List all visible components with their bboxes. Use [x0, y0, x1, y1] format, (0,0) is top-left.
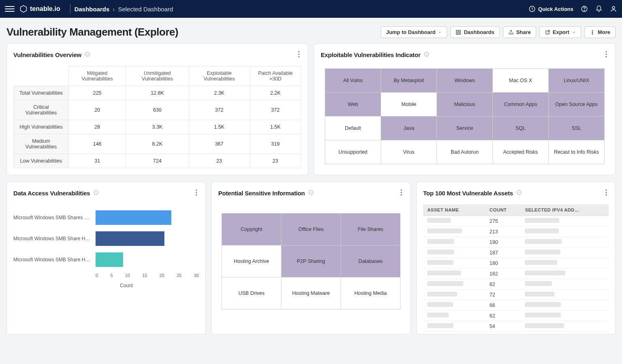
quick-actions-button[interactable]: Quick Actions	[528, 5, 573, 13]
indicator-tile[interactable]: Databases	[341, 245, 400, 277]
table-cell[interactable]: 1.5K	[250, 120, 301, 134]
more-button[interactable]: More	[584, 26, 616, 38]
table-row[interactable]: 190	[423, 237, 609, 248]
table-cell[interactable]: 225	[68, 86, 126, 100]
table-column-header[interactable]: ASSET NAME	[423, 204, 486, 216]
indicator-tile[interactable]: SQL	[493, 116, 548, 140]
brand-logo[interactable]: tenable.io	[19, 5, 60, 13]
card-menu-button[interactable]	[296, 49, 301, 60]
share-button[interactable]: Share	[503, 26, 536, 38]
svg-point-22	[196, 192, 197, 193]
indicator-tile[interactable]: File Shares	[341, 214, 400, 245]
ipv4-cell	[521, 279, 609, 290]
indicator-tile[interactable]: By Metasploit	[381, 69, 437, 92]
indicator-tile[interactable]: Common Apps	[493, 93, 548, 116]
indicator-tile[interactable]: Malicious	[437, 93, 492, 116]
indicator-tile[interactable]: Hosting Media	[341, 277, 400, 309]
table-cell[interactable]: 367	[189, 134, 249, 154]
table-row[interactable]: 54	[423, 321, 609, 332]
info-icon[interactable]	[93, 190, 99, 197]
table-row[interactable]: Total Vulnerabilities22512.8K2.3K2.2K	[14, 86, 301, 100]
table-row[interactable]: 187	[423, 248, 609, 258]
info-icon[interactable]	[516, 190, 522, 197]
card-menu-button[interactable]	[604, 49, 609, 60]
export-button[interactable]: Export	[539, 26, 581, 38]
table-column-header[interactable]: SELECTED IPV4 ADD…	[521, 204, 609, 216]
indicator-tile[interactable]: Hosting Malware	[281, 277, 341, 309]
indicator-tile[interactable]: P2P Sharing	[281, 245, 341, 277]
indicator-tile[interactable]: Java	[381, 116, 437, 140]
info-icon[interactable]	[308, 190, 314, 197]
bar-row[interactable]: Microsoft Windows SMB Share Ho…	[13, 250, 199, 269]
table-cell[interactable]: 372	[250, 100, 301, 120]
indicator-tile[interactable]: All Vulns	[325, 69, 381, 92]
indicator-tile[interactable]: Virus	[381, 140, 437, 164]
card-menu-button[interactable]	[399, 188, 404, 199]
table-row[interactable]: Critical Vulnerabilities20630372372	[14, 100, 301, 120]
indicator-tile[interactable]: Default	[325, 116, 381, 140]
indicator-tile[interactable]: Accepted Risks	[493, 140, 548, 164]
table-cell[interactable]: 31	[68, 154, 126, 168]
info-icon[interactable]	[85, 51, 90, 58]
count-cell: 180	[486, 258, 521, 269]
indicator-tile[interactable]: Web	[325, 93, 381, 116]
indicator-tile[interactable]: Office Files	[281, 214, 341, 245]
table-cell[interactable]: 1.5K	[189, 120, 249, 134]
table-row[interactable]: 62	[423, 311, 609, 321]
indicator-tile[interactable]: Bad Autorun	[437, 140, 492, 164]
table-row[interactable]: 180	[423, 258, 609, 269]
table-row[interactable]: 72	[423, 290, 609, 300]
breadcrumb-root[interactable]: Dashboards	[75, 6, 110, 13]
indicator-tile[interactable]: Service	[437, 116, 492, 140]
user-icon[interactable]	[610, 5, 617, 13]
table-cell[interactable]: 23	[250, 154, 301, 168]
table-cell[interactable]: 2.2K	[250, 86, 301, 100]
table-row[interactable]: Low Vulnerabilities317242323	[14, 154, 301, 168]
indicator-tile[interactable]: Mobile	[381, 93, 437, 116]
table-cell[interactable]: 372	[189, 100, 249, 120]
indicator-tile[interactable]: SSL	[549, 116, 604, 140]
table-row[interactable]: 66	[423, 300, 609, 311]
table-cell[interactable]: 12.8K	[126, 86, 189, 100]
svg-point-4	[612, 6, 615, 9]
indicator-tile[interactable]: Mac OS X	[493, 69, 548, 92]
indicator-tile[interactable]: Linux/UNIX	[549, 69, 604, 92]
jump-to-dashboard-button[interactable]: Jump to Dashboard	[381, 26, 447, 38]
indicator-tile[interactable]: Copyright	[222, 214, 281, 245]
table-column-header[interactable]: COUNT	[486, 204, 521, 216]
table-cell[interactable]: 8.2K	[126, 134, 189, 154]
indicator-tile[interactable]: Open Source Apps	[549, 93, 604, 116]
table-cell[interactable]: 2.3K	[189, 86, 249, 100]
card-menu-button[interactable]	[194, 188, 199, 199]
indicator-tile[interactable]: Recast to Info Risks	[549, 140, 604, 164]
table-cell[interactable]: 20	[68, 100, 126, 120]
hexagon-icon	[19, 5, 28, 13]
info-icon[interactable]	[424, 51, 429, 58]
bar-row[interactable]: Microsoft Windows SMB Share Ho…	[13, 229, 199, 248]
chevron-right-icon: ›	[113, 6, 115, 13]
table-cell[interactable]: 3.3K	[126, 120, 189, 134]
bar-row[interactable]: Microsoft Windows SMB Shares En…	[13, 208, 199, 227]
indicator-tile[interactable]: USB Drives	[222, 277, 281, 309]
card-menu-button[interactable]	[604, 188, 609, 199]
table-row[interactable]: Medium Vulnerabilities1468.2K367319	[14, 134, 301, 154]
indicator-tile[interactable]: Unsupported	[325, 140, 381, 164]
help-icon[interactable]	[581, 5, 588, 13]
table-cell[interactable]: 630	[126, 100, 189, 120]
table-column-header: Exploitable Vulnerabilities	[189, 66, 249, 86]
table-row[interactable]: 82	[423, 279, 609, 290]
menu-toggle[interactable]	[5, 4, 15, 14]
indicator-tile[interactable]: Hosting Archive	[222, 245, 281, 277]
table-row[interactable]: 275	[423, 216, 609, 226]
table-row[interactable]: High Vulnerabilities283.3K1.5K1.5K	[14, 120, 301, 134]
table-cell[interactable]: 23	[189, 154, 249, 168]
dashboards-button[interactable]: Dashboards	[450, 26, 499, 38]
bell-icon[interactable]	[595, 5, 603, 13]
indicator-tile[interactable]: Windows	[437, 69, 492, 92]
table-cell[interactable]: 724	[126, 154, 189, 168]
table-cell[interactable]: 146	[68, 134, 126, 154]
table-row[interactable]: 213	[423, 226, 609, 237]
table-cell[interactable]: 319	[250, 134, 301, 154]
table-cell[interactable]: 28	[68, 120, 126, 134]
table-row[interactable]: 162	[423, 269, 609, 279]
